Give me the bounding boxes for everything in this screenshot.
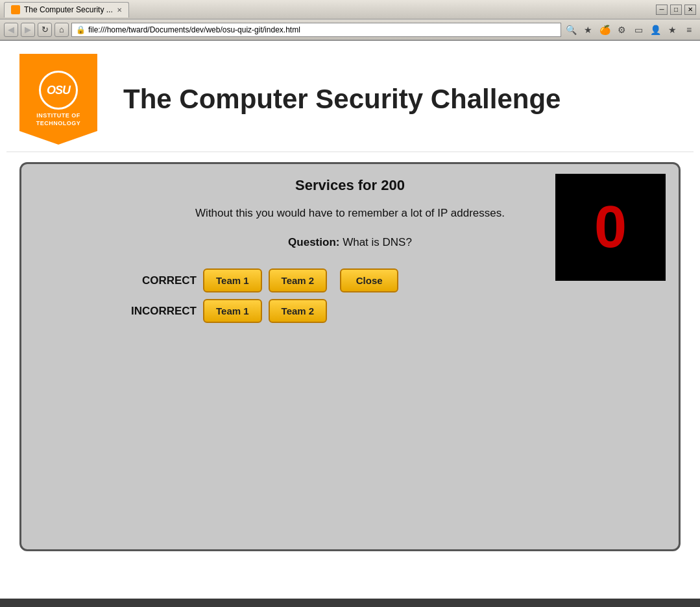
browser-chrome: The Computer Security ... ✕ ─ □ ✕ ◀ ▶ ↻ …	[0, 0, 700, 41]
incorrect-team2-button[interactable]: Team 2	[269, 299, 328, 323]
quiz-container: 0 Services for 200 Without this you woul…	[19, 162, 681, 551]
tab-close-icon[interactable]: ✕	[117, 6, 122, 14]
forward-button[interactable]: ▶	[21, 23, 35, 37]
incorrect-row: INCORRECT Team 1 Team 2	[112, 299, 327, 323]
window-controls: ─ □ ✕	[656, 5, 696, 15]
correct-label: CORRECT	[112, 274, 197, 287]
page-title: The Computer Security Challenge	[123, 84, 561, 115]
address-bar[interactable]: 🔒	[71, 23, 561, 37]
nav-icons: 🔍 ★ 🍊 ⚙ ▭ 👤 ★ ≡	[564, 23, 696, 37]
title-bar-left: The Computer Security ... ✕	[4, 2, 129, 18]
score-value: 0	[594, 194, 627, 261]
correct-team2-button[interactable]: Team 2	[269, 268, 328, 292]
menu-icon[interactable]: ≡	[682, 23, 696, 37]
lock-icon: 🔒	[76, 25, 86, 34]
tab-favicon	[11, 5, 20, 14]
nav-bar: ◀ ▶ ↻ ⌂ 🔒 🔍 ★ 🍊 ⚙ ▭ 👤 ★ ≡	[0, 19, 700, 40]
question-label: Question:	[288, 236, 343, 248]
settings-icon[interactable]: ⚙	[614, 23, 629, 37]
back-button[interactable]: ◀	[4, 23, 18, 37]
reload-button[interactable]: ↻	[38, 23, 52, 37]
osu-logo: OSU INSTITUTE OF TECHNOLOGY	[19, 54, 97, 145]
home-button[interactable]: ⌂	[54, 23, 69, 37]
extension-icon[interactable]: ★	[665, 23, 679, 37]
logo-department: TECHNOLOGY	[36, 120, 81, 128]
maximize-button[interactable]: □	[670, 5, 682, 15]
close-button[interactable]: ✕	[684, 5, 696, 15]
minimize-button[interactable]: ─	[656, 5, 668, 15]
logo-institute: INSTITUTE OF	[36, 112, 80, 120]
page-header: OSU INSTITUTE OF TECHNOLOGY The Computer…	[6, 47, 694, 152]
title-bar: The Computer Security ... ✕ ─ □ ✕	[0, 0, 700, 19]
incorrect-label: INCORRECT	[112, 305, 197, 318]
incorrect-team1-button[interactable]: Team 1	[203, 299, 262, 323]
url-input[interactable]	[88, 25, 557, 34]
osu-abbrev: OSU	[47, 84, 70, 97]
fruit-icon[interactable]: 🍊	[597, 23, 612, 37]
close-btn-container: Close	[340, 268, 398, 292]
page-content: OSU INSTITUTE OF TECHNOLOGY The Computer…	[0, 41, 700, 599]
score-display: 0	[555, 174, 666, 281]
screen-icon[interactable]: ▭	[631, 23, 646, 37]
correct-row: CORRECT Team 1 Team 2 Close	[112, 268, 398, 292]
bookmark-icon[interactable]: ★	[581, 23, 595, 37]
osu-circle-logo: OSU	[39, 71, 78, 110]
tab-title: The Computer Security ...	[24, 5, 113, 14]
question-value: What is DNS?	[343, 236, 412, 248]
profile-icon[interactable]: 👤	[648, 23, 662, 37]
search-icon[interactable]: 🔍	[564, 23, 578, 37]
close-button[interactable]: Close	[340, 268, 398, 292]
correct-team1-button[interactable]: Team 1	[203, 268, 262, 292]
browser-tab[interactable]: The Computer Security ... ✕	[4, 2, 129, 18]
